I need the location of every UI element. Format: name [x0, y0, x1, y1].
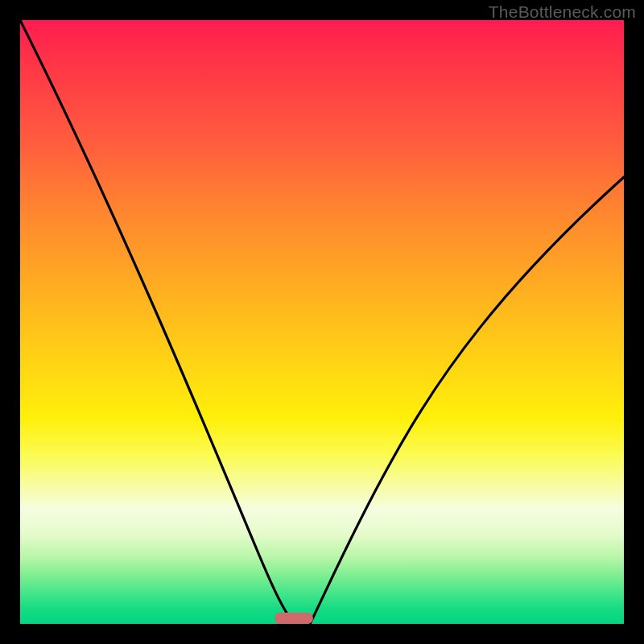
bottleneck-marker — [275, 613, 313, 624]
watermark-text: TheBottleneck.com — [489, 2, 636, 22]
right-curve — [310, 177, 624, 624]
chart-frame: TheBottleneck.com — [0, 0, 644, 644]
left-curve — [20, 20, 295, 624]
curves-svg — [20, 20, 624, 624]
plot-area — [20, 20, 624, 624]
